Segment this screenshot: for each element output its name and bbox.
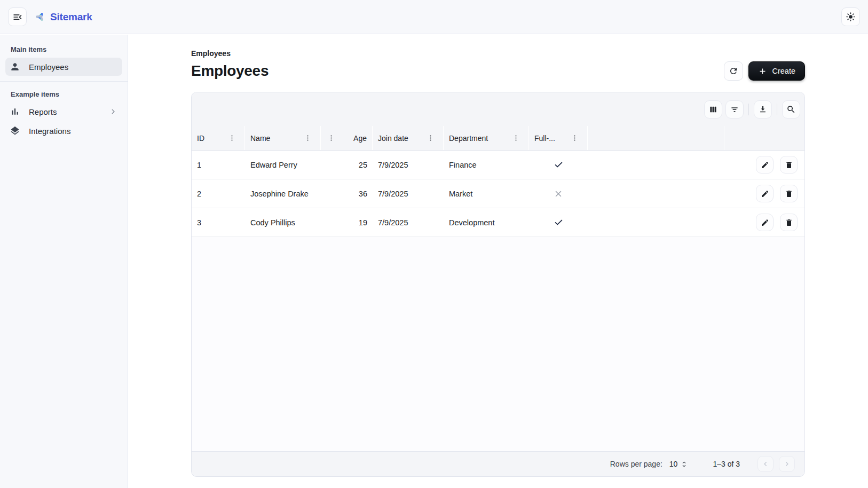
sitemark-logo-icon	[35, 11, 46, 22]
topbar: Sitemark	[0, 0, 868, 34]
trash-icon	[785, 218, 793, 227]
grid-footer: Rows per page: 10 1–3 of 3	[192, 451, 804, 476]
sidebar-item-label: Reports	[29, 107, 57, 116]
sidebar-item-integrations[interactable]: Integrations	[5, 122, 122, 140]
sidebar-item-label: Integrations	[29, 127, 70, 136]
pencil-icon	[761, 190, 769, 198]
column-menu-icon[interactable]	[304, 134, 315, 142]
cell-id: 1	[192, 161, 245, 169]
chevron-left-icon	[761, 460, 770, 468]
bar-chart-icon	[10, 106, 20, 117]
sidebar: Main items Employees Example items Repor…	[0, 35, 128, 488]
trash-icon	[785, 161, 793, 169]
trash-icon	[785, 190, 793, 198]
toolbar-divider	[748, 104, 749, 115]
cell-age: 36	[321, 190, 373, 198]
cell-department: Finance	[444, 161, 529, 169]
cell-join-date: 7/9/2025	[373, 218, 444, 227]
cell-full-time	[529, 160, 588, 170]
cell-age: 19	[321, 218, 373, 227]
plus-icon	[758, 67, 767, 76]
export-button[interactable]	[754, 100, 772, 119]
column-label: Full-...	[534, 134, 555, 143]
sidebar-item-employees[interactable]: Employees	[5, 58, 122, 76]
delete-row-button[interactable]	[780, 214, 798, 231]
delete-row-button[interactable]	[780, 185, 798, 202]
cell-join-date: 7/9/2025	[373, 190, 444, 198]
layers-icon	[10, 125, 20, 136]
column-menu-icon[interactable]	[512, 134, 523, 142]
column-header-join-date[interactable]: Join date	[373, 126, 444, 150]
edit-row-button[interactable]	[756, 156, 774, 174]
cell-age: 25	[321, 161, 373, 169]
cell-id: 3	[192, 218, 245, 227]
delete-row-button[interactable]	[780, 156, 798, 174]
sidebar-divider	[0, 81, 128, 82]
cell-department: Market	[444, 190, 529, 198]
cell-name: Josephine Drake	[245, 190, 321, 198]
table-row[interactable]: 3 Cody Phillips 19 7/9/2025 Development	[192, 208, 804, 237]
create-button-label: Create	[772, 67, 795, 75]
cell-full-time	[529, 217, 588, 227]
collapse-menu-button[interactable]	[8, 7, 27, 26]
refresh-icon	[729, 66, 738, 76]
sidebar-item-reports[interactable]: Reports	[5, 103, 122, 121]
employees-data-grid: ID Name Age Join date	[191, 92, 805, 477]
cell-department: Development	[444, 218, 529, 227]
column-header-name[interactable]: Name	[245, 126, 321, 150]
cell-join-date: 7/9/2025	[373, 161, 444, 169]
edit-row-button[interactable]	[756, 185, 774, 202]
brand-name: Sitemark	[50, 11, 92, 23]
menu-open-icon	[12, 12, 23, 22]
person-icon	[10, 61, 20, 72]
grid-empty-area	[192, 237, 804, 451]
cell-name: Cody Phillips	[245, 218, 321, 227]
filter-list-icon	[730, 105, 739, 114]
table-row[interactable]: 2 Josephine Drake 36 7/9/2025 Market	[192, 179, 804, 208]
column-menu-icon[interactable]	[571, 134, 582, 142]
cell-name: Edward Perry	[245, 161, 321, 169]
columns-button[interactable]	[704, 100, 722, 119]
column-header-department[interactable]: Department	[444, 126, 529, 150]
filter-button[interactable]	[725, 100, 744, 119]
edit-row-button[interactable]	[756, 214, 774, 231]
column-menu-icon[interactable]	[326, 134, 335, 142]
view-columns-icon	[708, 105, 718, 114]
cell-id: 2	[192, 190, 245, 198]
sidebar-section-main-items: Main items	[0, 40, 128, 58]
sidebar-section-example-items: Example items	[0, 85, 128, 103]
rows-per-page-label: Rows per page:	[610, 460, 662, 468]
rows-per-page-value: 10	[669, 460, 678, 468]
pencil-icon	[761, 161, 769, 169]
column-menu-icon[interactable]	[228, 134, 239, 142]
previous-page-button[interactable]	[757, 456, 774, 472]
refresh-button[interactable]	[724, 61, 743, 81]
search-button[interactable]	[782, 100, 800, 119]
sun-icon	[846, 12, 856, 22]
rows-per-page-select[interactable]: 10	[669, 460, 689, 468]
cell-full-time	[529, 189, 588, 199]
brand-logo[interactable]: Sitemark	[35, 11, 92, 23]
theme-toggle-button[interactable]	[841, 7, 860, 26]
next-page-button[interactable]	[779, 456, 795, 472]
pagination-range: 1–3 of 3	[713, 460, 740, 468]
page-title: Employees	[191, 62, 269, 80]
sidebar-item-label: Employees	[29, 62, 68, 72]
column-header-actions	[724, 126, 804, 150]
column-header-spacer	[588, 126, 724, 150]
create-button[interactable]: Create	[748, 61, 805, 81]
column-header-age[interactable]: Age	[321, 126, 373, 150]
column-header-full-time[interactable]: Full-...	[529, 126, 588, 150]
main-content: Employees Employees Create	[129, 35, 868, 488]
pencil-icon	[761, 218, 769, 227]
check-icon	[554, 217, 564, 227]
grid-header-row: ID Name Age Join date	[192, 126, 804, 151]
table-row[interactable]: 1 Edward Perry 25 7/9/2025 Finance	[192, 151, 804, 179]
search-icon	[786, 105, 796, 114]
toolbar-divider	[777, 104, 777, 115]
column-menu-icon[interactable]	[427, 134, 438, 142]
column-label: Name	[250, 134, 270, 143]
column-header-id[interactable]: ID	[192, 126, 245, 150]
close-icon	[554, 189, 563, 199]
chevron-right-icon	[783, 460, 791, 468]
